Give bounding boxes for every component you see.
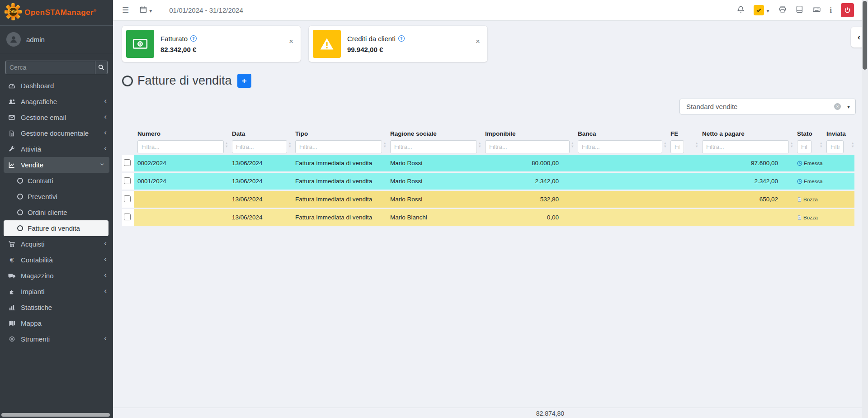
stat-card-fatturato: Fatturato 82.342,00 € — [122, 26, 301, 62]
sort-icons[interactable] — [383, 142, 387, 148]
euro-icon: € — [7, 256, 16, 264]
segment-select[interactable]: Standard vendite — [679, 99, 856, 114]
col-inviata[interactable]: Inviata — [823, 129, 854, 153]
circle-icon — [17, 225, 23, 231]
row-checkbox[interactable] — [124, 195, 131, 202]
filter-data-input[interactable] — [232, 140, 287, 153]
filter-numero-input[interactable] — [137, 140, 224, 153]
chevron-left-icon — [858, 33, 860, 42]
col-tipo[interactable]: Tipo — [292, 129, 387, 153]
print-icon[interactable] — [778, 5, 787, 15]
sidebar-item-vendite[interactable]: Vendite — [4, 157, 109, 173]
sidebar-item-preventivi[interactable]: Preventivi — [0, 189, 113, 204]
notifications-bell-icon[interactable] — [737, 5, 745, 15]
filter-netto-input[interactable] — [702, 140, 789, 153]
col-stato[interactable]: Stato — [793, 129, 823, 153]
close-icon[interactable] — [289, 38, 293, 45]
date-range-label: 01/01/2024 - 31/12/2024 — [169, 6, 243, 14]
row-checkbox[interactable] — [124, 177, 131, 184]
chevron-down-icon — [97, 163, 106, 166]
clock-icon — [797, 161, 802, 166]
main-content: Fatturato 82.342,00 € Crediti da clienti… — [113, 21, 868, 418]
sidebar-item-statistiche[interactable]: Statistiche — [0, 299, 113, 315]
sidebar-item-gestione-email[interactable]: Gestione email — [0, 109, 113, 125]
filter-imponibile-input[interactable] — [485, 140, 570, 153]
registered-mark: ® — [94, 9, 96, 13]
filter-inviata-input[interactable] — [826, 140, 844, 153]
sidebar-item-contabilita[interactable]: € Contabilità — [0, 252, 113, 268]
user-panel[interactable]: admin — [0, 26, 113, 54]
sidebar-item-magazzino[interactable]: Magazzino — [0, 268, 113, 284]
invoice-row[interactable]: 0001/2024 13/06/2024 Fattura immediata d… — [122, 173, 854, 190]
brand-name: OpenSTAManager® — [24, 8, 97, 17]
filter-banca-input[interactable] — [578, 140, 662, 153]
col-banca[interactable]: Banca — [574, 129, 667, 153]
sort-icons[interactable] — [820, 142, 823, 148]
vertical-scrollbar-thumb[interactable] — [863, 1, 867, 70]
chevron-left-icon — [104, 128, 107, 137]
check-square-icon[interactable] — [754, 5, 764, 15]
book-icon[interactable] — [796, 5, 803, 15]
bar-chart-icon — [7, 304, 16, 311]
info-icon[interactable] — [830, 6, 832, 14]
filter-tipo-input[interactable] — [295, 140, 382, 153]
col-data[interactable]: Data — [228, 129, 292, 153]
sidebar-item-acquisti[interactable]: Acquisti — [0, 236, 113, 252]
brand[interactable]: OSM OpenSTAManager® — [0, 0, 113, 26]
hamburger-menu-icon[interactable] — [122, 5, 129, 15]
sort-icons[interactable] — [288, 142, 292, 148]
col-netto-a-pagare[interactable]: Netto a pagare — [698, 129, 793, 153]
filter-fe-input[interactable] — [670, 140, 684, 153]
help-icon[interactable] — [398, 35, 405, 42]
card-value: 82.342,00 € — [160, 46, 197, 53]
sort-icons[interactable] — [478, 142, 481, 148]
sidebar-item-dashboard[interactable]: Dashboard — [0, 78, 113, 94]
sort-icons[interactable] — [225, 142, 228, 148]
col-numero[interactable]: Numero — [134, 129, 228, 153]
logout-power-button[interactable] — [841, 3, 854, 17]
invoice-row[interactable]: 13/06/2024 Fattura immediata di vendita … — [122, 209, 854, 226]
keyboard-icon[interactable] — [812, 6, 821, 15]
invoice-row[interactable]: 0002/2024 13/06/2024 Fattura immediata d… — [122, 155, 854, 171]
sort-icons[interactable] — [571, 142, 574, 148]
vertical-scrollbar[interactable] — [862, 0, 868, 418]
sidebar-item-fatture-di-vendita[interactable]: Fatture di vendita — [4, 220, 108, 236]
segment-select-value: Standard vendite — [686, 103, 737, 110]
row-checkbox[interactable] — [124, 214, 131, 220]
row-checkbox[interactable] — [124, 159, 131, 166]
stat-card-crediti: Crediti da clienti 99.942,00 € — [309, 26, 487, 62]
invoice-row[interactable]: 13/06/2024 Fattura immediata di vendita … — [122, 191, 854, 208]
sidebar-item-impianti[interactable]: Impianti — [0, 284, 113, 299]
search-input[interactable] — [5, 61, 95, 74]
col-imponibile[interactable]: Imponibile — [481, 129, 574, 153]
search-icon[interactable] — [95, 61, 108, 74]
sort-icons[interactable] — [695, 142, 698, 148]
sidebar-item-gestione-documentale[interactable]: Gestione documentale — [0, 125, 113, 141]
sidebar-item-anagrafiche[interactable]: Anagrafiche — [0, 94, 113, 109]
money-bill-icon — [126, 30, 154, 58]
help-icon[interactable] — [190, 35, 197, 42]
caret-down-icon[interactable] — [767, 6, 769, 14]
sidebar-item-ordini-cliente[interactable]: Ordini cliente — [0, 204, 113, 220]
chevron-left-icon — [104, 286, 107, 295]
sidebar-item-mappa[interactable]: Mappa — [0, 315, 113, 331]
close-icon[interactable] — [476, 38, 480, 45]
filter-stato-input[interactable] — [797, 140, 811, 153]
gear-icon — [7, 336, 16, 342]
sort-icons[interactable] — [790, 142, 793, 148]
calendar-icon — [140, 6, 147, 15]
sort-icons[interactable] — [851, 142, 854, 148]
sidebar-item-attivita[interactable]: Attività — [0, 141, 113, 157]
draft-file-icon — [797, 215, 802, 220]
warning-triangle-icon — [313, 30, 341, 58]
date-range-picker[interactable] — [140, 6, 152, 15]
clear-selection-icon[interactable] — [834, 103, 841, 110]
sort-icons[interactable] — [664, 142, 667, 148]
sidebar-item-contratti[interactable]: Contratti — [0, 173, 113, 189]
col-fe[interactable]: FE — [667, 129, 698, 153]
add-invoice-button[interactable] — [237, 74, 251, 88]
col-ragione-sociale[interactable]: Ragione sociale — [387, 129, 481, 153]
sidebar-item-strumenti[interactable]: Strumenti — [0, 331, 113, 347]
filter-ragione-input[interactable] — [390, 140, 477, 153]
sidebar-horizontal-scrollbar[interactable] — [1, 413, 110, 417]
